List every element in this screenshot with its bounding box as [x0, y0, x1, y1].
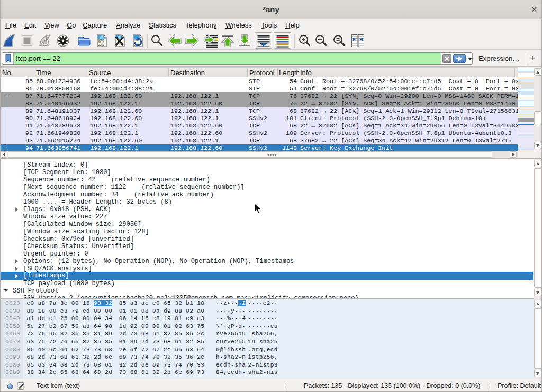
svg-text:0011: 0011 [98, 44, 104, 47]
